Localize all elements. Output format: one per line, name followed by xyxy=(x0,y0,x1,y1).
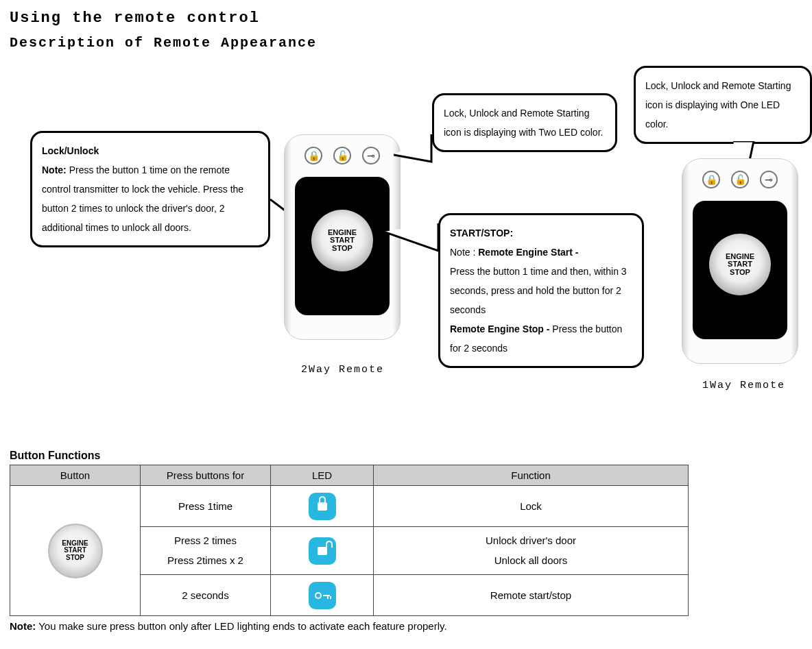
callout-lock-unlock-note-label: Note: xyxy=(42,164,67,175)
callout-lock-unlock-note-body: Press the button 1 time on the remote co… xyxy=(42,164,243,233)
cell-function: Unlock driver's door Unlock all doors xyxy=(374,527,689,575)
cell-press: Press 2 times Press 2times x 2 xyxy=(141,527,271,575)
callout-pointer xyxy=(394,134,442,169)
engine-start-stop-button[interactable]: ENGINESTARTSTOP xyxy=(709,234,771,295)
diagram-area: Lock/Unlock Note: Press the button 1 tim… xyxy=(10,59,802,450)
unlock-icon: 🔓 xyxy=(333,147,351,164)
table-title: Button Functions xyxy=(10,450,802,462)
engine-start-stop-icon: ENGINESTARTSTOP xyxy=(48,524,103,578)
cell-press: Press 1time xyxy=(141,486,271,527)
button-functions-table: Button Press buttons for LED Function EN… xyxy=(10,465,689,616)
remote-1way: 🔒 🔓 ⊸ ENGINESTARTSTOP xyxy=(682,158,798,364)
unlock-icon: 🔓 xyxy=(731,171,749,188)
cell-function: Lock xyxy=(374,486,689,527)
remote-1way-label: 1Way Remote xyxy=(702,380,785,391)
cell-function: Remote start/stop xyxy=(374,575,689,616)
lock-icon: 🔒 xyxy=(304,147,322,164)
callout-start-stop-start-body: Press the button 1 time and then, within… xyxy=(450,262,632,319)
cell-led xyxy=(271,486,374,527)
led-key-icon xyxy=(309,582,336,609)
callout-one-led-text: Lock, Unlock and Remote Starting icon is… xyxy=(645,80,791,130)
table-row: ENGINESTARTSTOP Press 1time Lock xyxy=(10,486,689,527)
table-footer-note: Note: You make sure press button only af… xyxy=(10,620,802,632)
cell-button: ENGINESTARTSTOP xyxy=(10,486,141,616)
page-title: Using the remote control xyxy=(10,10,802,27)
lock-icon: 🔒 xyxy=(702,171,720,188)
table-header: Function xyxy=(374,465,689,486)
remote-2way-label: 2Way Remote xyxy=(301,364,384,376)
table-header-row: Button Press buttons for LED Function xyxy=(10,465,689,486)
cell-press: 2 seconds xyxy=(141,575,271,616)
callout-lock-unlock-heading: Lock/Unlock xyxy=(42,145,99,156)
remote-1way-indicator-row: 🔒 🔓 ⊸ xyxy=(682,171,798,188)
table-footer-note-body: You make sure press button only after LE… xyxy=(38,620,446,632)
key-icon: ⊸ xyxy=(760,171,778,188)
callout-start-stop-stop-label: Remote Engine Stop - xyxy=(450,323,549,334)
cell-led xyxy=(271,575,374,616)
led-lock-icon xyxy=(309,493,336,520)
callout-pointer xyxy=(383,217,445,258)
table-footer-note-label: Note: xyxy=(10,620,36,632)
table-header: Button xyxy=(10,465,141,486)
engine-start-stop-button[interactable]: ENGINESTARTSTOP xyxy=(311,210,373,271)
key-icon: ⊸ xyxy=(362,147,380,164)
table-header: LED xyxy=(271,465,374,486)
remote-2way-indicator-row: 🔒 🔓 ⊸ xyxy=(284,147,401,164)
section-title: Description of Remote Appearance xyxy=(10,35,802,51)
callout-start-stop-note-label: Note : xyxy=(450,247,475,258)
callout-two-led: Lock, Unlock and Remote Starting icon is… xyxy=(432,93,617,152)
callout-start-stop: START/STOP: Note : Remote Engine Start -… xyxy=(438,213,644,368)
callout-lock-unlock: Lock/Unlock Note: Press the button 1 tim… xyxy=(30,131,270,247)
table-header: Press buttons for xyxy=(141,465,271,486)
callout-start-stop-heading: START/STOP: xyxy=(450,223,632,243)
callout-two-led-text: Lock, Unlock and Remote Starting icon is… xyxy=(444,108,603,138)
callout-start-stop-start-label: Remote Engine Start - xyxy=(478,247,578,258)
led-unlock-icon xyxy=(309,537,336,565)
cell-led xyxy=(271,527,374,575)
callout-one-led: Lock, Unlock and Remote Starting icon is… xyxy=(634,66,812,144)
